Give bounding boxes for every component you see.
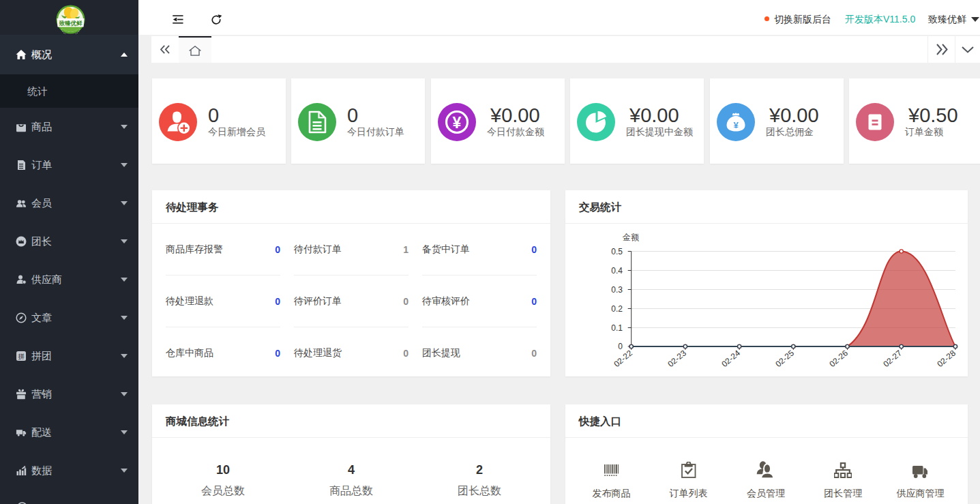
svg-text:02-27: 02-27 (881, 348, 904, 369)
svg-text:02-25: 02-25 (773, 348, 796, 369)
svg-text:0.3: 0.3 (611, 285, 623, 295)
svg-text:02-23: 02-23 (666, 348, 688, 369)
svg-text:0.2: 0.2 (611, 304, 623, 314)
svg-text:¥: ¥ (453, 114, 462, 132)
svg-text:致臻优鲜: 致臻优鲜 (59, 20, 83, 27)
svg-text:金额: 金额 (622, 233, 639, 242)
svg-text:0.4: 0.4 (611, 266, 623, 276)
svg-text:¥: ¥ (733, 120, 739, 130)
svg-text:0.5: 0.5 (611, 247, 623, 256)
svg-text:02-22: 02-22 (612, 348, 634, 369)
svg-text:0: 0 (618, 342, 623, 351)
svg-text:02-28: 02-28 (935, 348, 957, 369)
svg-text:0.1: 0.1 (611, 323, 623, 333)
svg-text:02-26: 02-26 (827, 348, 850, 369)
svg-text:02-24: 02-24 (719, 348, 742, 369)
svg-text:拼: 拼 (18, 353, 25, 360)
